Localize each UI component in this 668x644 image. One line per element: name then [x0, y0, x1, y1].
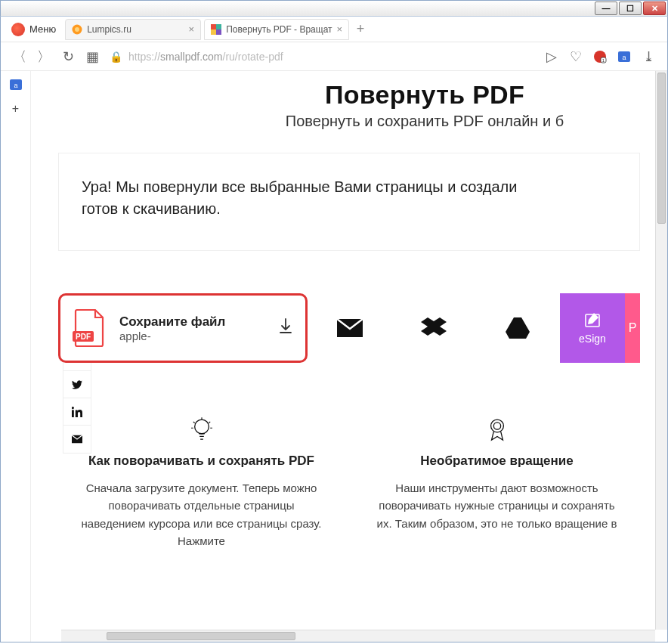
url-path: /ru/rotate-pdf	[223, 51, 283, 63]
downloads-button[interactable]: ⤓	[642, 48, 655, 65]
download-arrow-icon	[278, 317, 293, 339]
svg-rect-2	[211, 24, 216, 29]
action-bar: PDF Сохраните файл apple-	[58, 293, 640, 363]
nav-back-button[interactable]: 〈	[13, 48, 26, 66]
lock-icon: 🔒	[110, 51, 122, 63]
send-icon[interactable]: ▷	[545, 48, 558, 65]
svg-rect-4	[211, 29, 216, 35]
extension-translate-icon[interactable]: a	[617, 50, 631, 63]
share-twitter-button[interactable]	[63, 371, 91, 398]
svg-point-21	[490, 420, 503, 432]
reload-button[interactable]: ↻	[61, 48, 75, 65]
esign-label: eSign	[579, 333, 606, 345]
email-share-button[interactable]	[308, 293, 391, 363]
opera-menu-button[interactable]: Меню	[5, 21, 62, 38]
info-col-body: Сначала загрузите документ. Теперь можно…	[76, 479, 326, 550]
info-col-body: Наши инструменты дают возможность повора…	[372, 479, 622, 532]
download-title: Сохраните файл	[119, 314, 264, 330]
download-filename: apple-	[119, 330, 264, 342]
url-host: smallpdf.com	[160, 51, 222, 63]
svg-point-22	[493, 423, 500, 429]
window-close-button[interactable]: ✕	[643, 2, 666, 15]
tab-smallpdf[interactable]: Повернуть PDF - Вращат ×	[204, 19, 349, 40]
result-panel: Ура! Мы повернули все выбранные Вами стр…	[58, 153, 640, 251]
opera-icon	[11, 23, 25, 36]
horizontal-scrollbar[interactable]	[61, 630, 655, 642]
info-col-title: Как поворачивать и сохранять PDF	[76, 454, 326, 469]
share-linkedin-button[interactable]	[63, 398, 91, 426]
lightbulb-icon	[76, 416, 326, 446]
esign-button[interactable]: eSign	[560, 293, 625, 363]
svg-text:a: a	[622, 54, 626, 61]
page-subtitle: Повернуть и сохранить PDF онлайн и б	[182, 113, 667, 130]
speed-dial-button[interactable]: ▦	[85, 48, 99, 65]
google-drive-button[interactable]	[476, 293, 560, 363]
extension-opera-icon[interactable]: 1	[593, 50, 607, 63]
svg-rect-3	[216, 24, 221, 29]
next-tool-partial[interactable]: P	[625, 293, 640, 363]
url-protocol: https://	[128, 51, 160, 63]
scroll-thumb[interactable]	[107, 632, 295, 640]
info-col-howto: Как поворачивать и сохранять PDF Сначала…	[76, 416, 326, 550]
svg-text:PDF: PDF	[76, 333, 91, 341]
bookmark-button[interactable]: ♡	[569, 48, 583, 65]
nav-forward-button[interactable]: 〉	[37, 48, 51, 66]
pdf-file-icon: PDF	[73, 308, 106, 348]
tab-close-icon[interactable]: ×	[337, 23, 343, 35]
badge-icon	[372, 416, 622, 446]
info-col-permanent: Необратимое вращение Наши инструменты да…	[372, 416, 622, 550]
svg-rect-5	[216, 29, 221, 35]
window-minimize-button[interactable]: —	[595, 2, 617, 15]
info-col-title: Необратимое вращение	[372, 454, 622, 469]
window-titlebar: — ☐ ✕	[0, 0, 668, 17]
favicon-lumpics	[72, 24, 82, 35]
sidebar-translate-icon[interactable]: a	[8, 77, 23, 92]
svg-text:a: a	[14, 82, 17, 89]
tab-bar: Меню Lumpics.ru × Повернуть PDF - Вращат…	[1, 17, 667, 42]
vertical-scrollbar[interactable]	[655, 71, 667, 630]
scroll-thumb[interactable]	[657, 73, 666, 224]
dropbox-button[interactable]	[391, 293, 475, 363]
svg-point-14	[72, 407, 74, 409]
tab-close-icon[interactable]: ×	[189, 23, 195, 35]
svg-point-1	[75, 27, 79, 32]
page-content: Повернуть PDF Повернуть и сохранить PDF …	[31, 71, 667, 642]
tab-label: Повернуть PDF - Вращат	[226, 24, 332, 35]
address-bar: 〈 〉 ↻ ▦ 🔒 https://smallpdf.com/ru/rotate…	[1, 42, 667, 71]
download-file-button[interactable]: PDF Сохраните файл apple-	[58, 293, 308, 363]
page-title: Повернуть PDF	[182, 80, 667, 110]
share-email-button[interactable]	[63, 426, 91, 453]
opera-menu-label: Меню	[29, 23, 56, 35]
favicon-smallpdf	[211, 24, 221, 35]
success-message: Ура! Мы повернули все выбранные Вами стр…	[82, 176, 617, 220]
tab-label: Lumpics.ru	[87, 24, 131, 35]
tab-lumpics[interactable]: Lumpics.ru ×	[65, 19, 201, 40]
url-input[interactable]: 🔒 https://smallpdf.com/ru/rotate-pdf	[110, 51, 534, 63]
sidebar-add-button[interactable]: +	[8, 101, 23, 116]
svg-point-20	[194, 420, 209, 434]
window-maximize-button[interactable]: ☐	[619, 2, 642, 15]
browser-sidebar: a +	[1, 71, 31, 642]
svg-rect-13	[72, 410, 74, 417]
new-tab-button[interactable]: +	[352, 21, 369, 38]
